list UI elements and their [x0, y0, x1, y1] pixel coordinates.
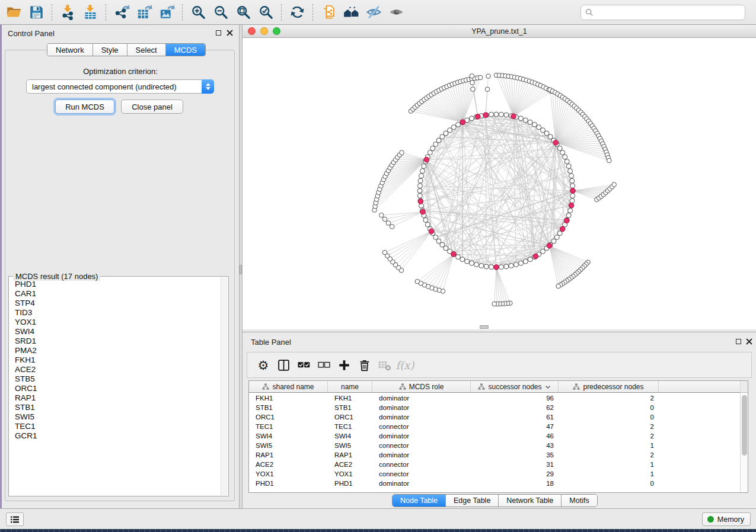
import-table-button[interactable]	[79, 2, 101, 23]
unselect-all-checkboxes-button[interactable]	[314, 355, 334, 375]
cell-name[interactable]: ORC1	[328, 412, 372, 422]
status-menu-button[interactable]	[6, 512, 24, 526]
cell-name[interactable]: TEC1	[328, 422, 372, 431]
run-mcds-button[interactable]: Run MCDS	[55, 100, 114, 114]
select-all-checkboxes-button[interactable]	[294, 355, 314, 375]
export-image-button[interactable]	[155, 2, 178, 23]
cell-predecessor-nodes[interactable]: 2	[559, 393, 659, 403]
cell-successor-nodes[interactable]: 47	[471, 422, 559, 431]
cell-predecessor-nodes[interactable]: 0	[559, 403, 659, 412]
cell-MCDS-role[interactable]: dominator	[372, 412, 471, 422]
table-settings-gear-button[interactable]: ⚙	[253, 355, 273, 375]
cell-successor-nodes[interactable]: 29	[471, 469, 559, 479]
column-header-predecessor-nodes[interactable]: predecessor nodes	[559, 381, 659, 392]
mcds-result-item[interactable]: STB1	[9, 403, 221, 412]
tab-mcds[interactable]: MCDS	[166, 44, 205, 56]
table-row[interactable]: ORC1ORC1dominator610	[249, 412, 740, 422]
cell-shared-name[interactable]: ORC1	[249, 412, 328, 422]
cell-predecessor-nodes[interactable]: 0	[559, 479, 659, 488]
cell-successor-nodes[interactable]: 31	[471, 460, 559, 469]
table-row[interactable]: STB1STB1dominator620	[249, 403, 740, 412]
mcds-result-item[interactable]: SWI5	[9, 412, 221, 422]
cell-successor-nodes[interactable]: 61	[471, 412, 559, 422]
column-header-name[interactable]: name	[328, 381, 372, 392]
cell-predecessor-nodes[interactable]: 2	[559, 431, 659, 441]
mcds-result-item[interactable]: FKH1	[9, 355, 221, 365]
cell-shared-name[interactable]: SWI4	[249, 431, 328, 441]
table-row[interactable]: TEC1TEC1connector472	[249, 422, 740, 431]
cell-name[interactable]: FKH1	[328, 393, 372, 403]
mcds-result-item[interactable]: ACE2	[9, 365, 221, 374]
cell-name[interactable]: SWI5	[328, 441, 372, 450]
cell-shared-name[interactable]: SWI5	[249, 441, 328, 450]
cell-successor-nodes[interactable]: 96	[471, 393, 559, 403]
cell-predecessor-nodes[interactable]: 2	[559, 422, 659, 431]
table-row[interactable]: RAP1RAP1dominator352	[249, 450, 740, 460]
close-panel-button[interactable]: Close panel	[121, 100, 183, 114]
tab-edge-table[interactable]: Edge Table	[446, 495, 499, 507]
table-row[interactable]: PHD1PHD1dominator180	[249, 479, 740, 488]
mcds-result-item[interactable]: RAP1	[9, 393, 221, 403]
mcds-result-item[interactable]: PHD1	[9, 280, 221, 289]
tab-style[interactable]: Style	[93, 44, 127, 56]
tab-network-table[interactable]: Network Table	[499, 495, 562, 507]
cell-MCDS-role[interactable]: connector	[372, 422, 471, 431]
cell-MCDS-role[interactable]: connector	[372, 460, 471, 469]
mcds-result-item[interactable]: STB5	[9, 374, 221, 384]
cell-name[interactable]: STB1	[328, 403, 372, 412]
cell-predecessor-nodes[interactable]: 1	[559, 441, 659, 450]
zoom-out-button[interactable]	[209, 2, 232, 23]
criterion-select[interactable]: largest connected component (undirected)	[26, 79, 214, 94]
cell-successor-nodes[interactable]: 35	[471, 450, 559, 460]
memory-button[interactable]: Memory	[702, 512, 751, 526]
cell-successor-nodes[interactable]: 43	[471, 441, 559, 450]
column-header-MCDS-role[interactable]: MCDS role	[372, 381, 471, 392]
search-input[interactable]	[596, 7, 741, 18]
cell-successor-nodes[interactable]: 18	[471, 479, 559, 488]
show-columns-button[interactable]	[273, 355, 294, 375]
cell-shared-name[interactable]: RAP1	[249, 450, 328, 460]
network-overview-button[interactable]	[340, 2, 362, 23]
cell-name[interactable]: ACE2	[328, 460, 372, 469]
horizontal-splitter-handle[interactable]	[480, 325, 489, 329]
mcds-result-scrollbar[interactable]	[221, 277, 228, 495]
export-table-button[interactable]	[133, 2, 155, 23]
cell-shared-name[interactable]: TEC1	[249, 422, 328, 431]
cell-predecessor-nodes[interactable]: 1	[559, 469, 659, 479]
cell-shared-name[interactable]: STB1	[249, 403, 328, 412]
table-row[interactable]: SWI5SWI5connector431	[249, 441, 740, 450]
mcds-result-item[interactable]: STP4	[9, 299, 221, 308]
cell-predecessor-nodes[interactable]: 0	[559, 412, 659, 422]
zoom-selected-button[interactable]	[254, 2, 277, 23]
mcds-result-item[interactable]: SWI4	[9, 327, 221, 336]
show-all-button[interactable]	[385, 2, 407, 23]
share-network-document-button[interactable]	[317, 2, 340, 23]
table-row[interactable]: ACE2ACE2connector311	[249, 460, 740, 469]
zoom-in-button[interactable]	[187, 2, 209, 23]
cell-predecessor-nodes[interactable]: 1	[559, 460, 659, 469]
cell-name[interactable]: RAP1	[328, 450, 372, 460]
cell-successor-nodes[interactable]: 62	[471, 403, 559, 412]
cell-MCDS-role[interactable]: dominator	[372, 393, 471, 403]
refresh-view-button[interactable]	[286, 2, 308, 23]
float-table-panel-icon[interactable]	[736, 339, 741, 344]
float-panel-icon[interactable]	[216, 30, 221, 36]
tab-node-table[interactable]: Node Table	[393, 495, 446, 507]
mcds-result-item[interactable]: CAR1	[9, 289, 221, 299]
table-row[interactable]: YOX1YOX1connector291	[249, 469, 740, 479]
close-table-panel-icon[interactable]	[746, 338, 752, 345]
zoom-fit-button[interactable]	[232, 2, 254, 23]
cell-MCDS-role[interactable]: dominator	[372, 450, 471, 460]
cell-shared-name[interactable]: PHD1	[249, 479, 328, 488]
save-session-button[interactable]	[25, 2, 47, 23]
tab-motifs[interactable]: Motifs	[562, 495, 596, 507]
add-column-button[interactable]	[334, 355, 354, 375]
table-row[interactable]: SWI4SWI4dominator462	[249, 431, 740, 441]
tab-select[interactable]: Select	[127, 44, 166, 56]
network-window-titlebar[interactable]: YPA_prune.txt_1	[243, 25, 756, 38]
mcds-result-item[interactable]: TID3	[9, 308, 221, 318]
cell-MCDS-role[interactable]: connector	[372, 469, 471, 479]
mcds-result-item[interactable]: TEC1	[9, 422, 221, 431]
mcds-result-item[interactable]: SRD1	[9, 336, 221, 346]
delete-columns-button[interactable]	[354, 355, 374, 375]
